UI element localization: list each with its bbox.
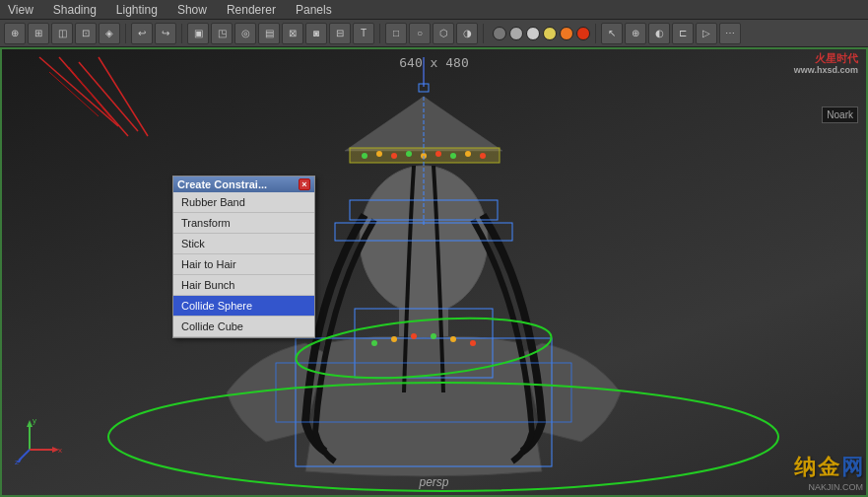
toolbar-subdiv-btn[interactable]: ⊟ xyxy=(329,23,351,44)
watermark-url: NAKJIN.COM xyxy=(808,482,863,492)
toolbar-nurbs-btn[interactable]: ◑ xyxy=(456,23,478,44)
render-quality-5[interactable] xyxy=(560,27,573,40)
constraint-rubber-band[interactable]: Rubber Band xyxy=(173,192,314,213)
toolbar-move-btn[interactable]: ⊞ xyxy=(28,23,49,44)
render-quality-1[interactable] xyxy=(493,27,506,40)
constraint-collide-cube[interactable]: Collide Cube xyxy=(173,317,314,337)
toolbar: ⊕ ⊞ ◫ ⊡ ◈ ↩ ↪ ▣ ◳ ◎ ▤ ⊠ ◙ ⊟ T □ ○ ⬡ ◑ ↖ … xyxy=(0,20,868,47)
toolbar-sphere-btn[interactable]: ○ xyxy=(409,23,431,44)
render-quality-3[interactable] xyxy=(526,27,540,40)
constraint-transform[interactable]: Transform xyxy=(173,213,314,234)
render-quality-4[interactable] xyxy=(543,27,557,40)
toolbar-cyl-btn[interactable]: ⬡ xyxy=(433,23,454,44)
coordinate-label: 640 x 480 xyxy=(399,55,468,70)
toolbar-light-btn[interactable]: ◎ xyxy=(234,23,256,44)
toolbar-redo-btn[interactable]: ↪ xyxy=(155,23,176,44)
toolbar-smooth-btn[interactable]: ◙ xyxy=(305,23,327,44)
toolbar-scale-btn[interactable]: ⊡ xyxy=(75,23,97,44)
toolbar-soft-btn[interactable]: ⊏ xyxy=(672,23,694,44)
toolbar-magnet-btn[interactable]: ◐ xyxy=(648,23,670,44)
toolbar-mat-btn[interactable]: ▤ xyxy=(258,23,280,44)
toolbar-snap-btn[interactable]: ◈ xyxy=(99,23,120,44)
constraint-close-btn[interactable]: × xyxy=(299,178,310,190)
toolbar-text-btn[interactable]: T xyxy=(353,23,374,44)
menu-lighting[interactable]: Lighting xyxy=(112,3,162,17)
toolbar-select-btn[interactable]: ⊕ xyxy=(4,23,26,44)
toolbar-sep-4 xyxy=(483,24,484,43)
toolbar-sep-5 xyxy=(595,24,596,43)
hxsd-logo: 火星时代 www.hxsd.com xyxy=(794,51,858,77)
constraint-dialog-title[interactable]: Create Constrai... × xyxy=(173,177,314,192)
watermark: 纳 金 网 NAKJIN.COM xyxy=(794,453,863,492)
camera-perspective-label: persp xyxy=(419,475,448,489)
constraint-stick[interactable]: Stick xyxy=(173,234,314,254)
toolbar-sep-1 xyxy=(125,24,126,43)
constraint-hair-to-hair[interactable]: Hair to Hair xyxy=(173,254,314,275)
svg-text:z: z xyxy=(15,458,19,464)
menu-view[interactable]: View xyxy=(4,3,37,17)
toolbar-wire-btn[interactable]: ⊠ xyxy=(282,23,303,44)
constraint-collide-sphere[interactable]: Collide Sphere xyxy=(173,296,314,317)
toolbar-box-btn[interactable]: □ xyxy=(385,23,407,44)
toolbar-cursor-btn[interactable]: ↖ xyxy=(601,23,623,44)
scene-background xyxy=(0,47,868,497)
toolbar-snap2-btn[interactable]: ⊕ xyxy=(625,23,646,44)
toolbar-anim-btn[interactable]: ▷ xyxy=(696,23,717,44)
menu-bar: View Shading Lighting Show Renderer Pane… xyxy=(0,0,868,20)
menu-panels[interactable]: Panels xyxy=(292,3,336,17)
toolbar-sep-2 xyxy=(181,24,182,43)
menu-show[interactable]: Show xyxy=(173,3,211,17)
watermark-chars: 纳 金 网 xyxy=(794,453,863,482)
viewport[interactable]: 640 x 480 Create Constrai... × Rubber Ba… xyxy=(0,47,868,497)
toolbar-rotate-btn[interactable]: ◫ xyxy=(51,23,73,44)
svg-text:y: y xyxy=(33,416,36,425)
svg-text:x: x xyxy=(58,446,62,455)
render-quality-2[interactable] xyxy=(509,27,523,40)
noark-label: Noark xyxy=(822,106,858,123)
axes-widget: y x z xyxy=(15,415,64,467)
constraint-hair-bunch[interactable]: Hair Bunch xyxy=(173,275,314,296)
toolbar-render-btn[interactable]: ▣ xyxy=(187,23,209,44)
menu-shading[interactable]: Shading xyxy=(49,3,100,17)
toolbar-graph-btn[interactable]: ⋯ xyxy=(719,23,741,44)
toolbar-cam-btn[interactable]: ◳ xyxy=(211,23,233,44)
constraint-dialog: Create Constrai... × Rubber Band Transfo… xyxy=(172,176,315,338)
menu-renderer[interactable]: Renderer xyxy=(223,3,280,17)
render-quality-6[interactable] xyxy=(576,27,590,40)
toolbar-sep-3 xyxy=(379,24,380,43)
toolbar-history-btn[interactable]: ↩ xyxy=(131,23,153,44)
